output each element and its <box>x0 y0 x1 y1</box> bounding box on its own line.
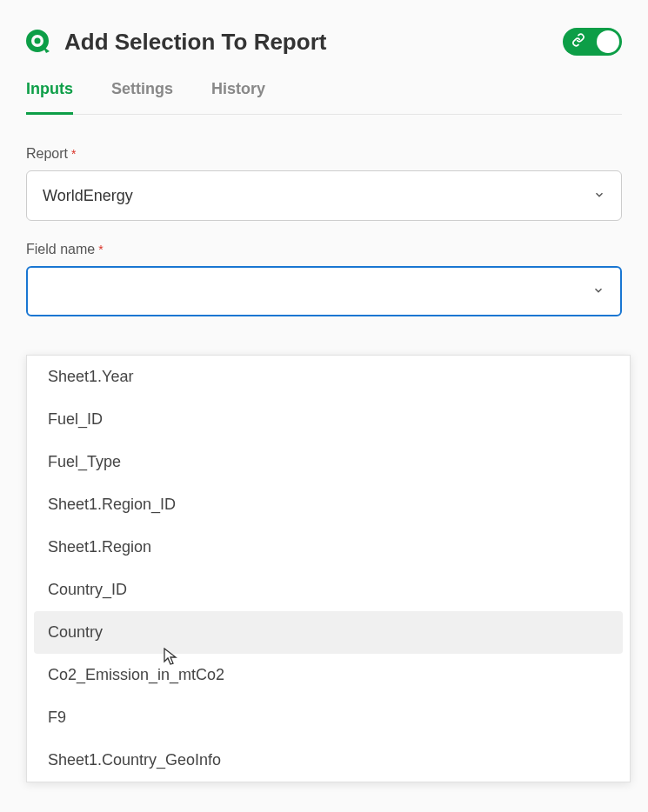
page-title: Add Selection To Report <box>64 29 326 56</box>
report-select[interactable]: WorldEnergy <box>26 170 622 221</box>
report-value: WorldEnergy <box>43 187 133 205</box>
dropdown-item[interactable]: F9 <box>27 696 630 739</box>
dropdown-list[interactable]: Sheet1.YearFuel_IDFuel_TypeSheet1.Region… <box>27 356 630 782</box>
toggle-knob <box>597 30 619 53</box>
tab-inputs[interactable]: Inputs <box>26 80 73 115</box>
fieldname-dropdown: Sheet1.YearFuel_IDFuel_TypeSheet1.Region… <box>26 355 631 782</box>
chevron-down-icon <box>592 284 605 299</box>
tabs: Inputs Settings History <box>26 80 622 115</box>
app-logo-icon <box>26 30 50 54</box>
report-label: Report* <box>26 146 622 162</box>
fieldname-field-group: Field name* <box>26 242 622 316</box>
svg-point-1 <box>35 38 41 44</box>
tab-settings[interactable]: Settings <box>111 80 173 115</box>
dropdown-item[interactable]: Co2_Emission_in_mtCo2 <box>27 654 630 696</box>
report-field-group: Report* WorldEnergy <box>26 146 622 221</box>
dropdown-item[interactable]: Sheet1.Region_ID <box>27 483 630 526</box>
dropdown-item[interactable]: Sheet1.Year <box>27 356 630 398</box>
dropdown-item[interactable]: Fuel_ID <box>27 398 630 441</box>
fieldname-label: Field name* <box>26 242 622 257</box>
link-icon <box>571 33 585 50</box>
dropdown-item[interactable]: Sheet1.Region <box>27 526 630 569</box>
fieldname-select[interactable] <box>26 266 622 316</box>
chevron-down-icon <box>593 189 605 203</box>
dropdown-item[interactable]: Country_ID <box>27 569 630 611</box>
tab-history[interactable]: History <box>211 80 265 115</box>
dropdown-item[interactable]: Sheet1.Country_GeoInfo <box>27 739 630 782</box>
dropdown-item[interactable]: Fuel_Type <box>27 441 630 483</box>
header: Add Selection To Report <box>26 28 622 56</box>
dropdown-item[interactable]: Country <box>34 611 623 654</box>
enabled-toggle[interactable] <box>563 28 622 56</box>
